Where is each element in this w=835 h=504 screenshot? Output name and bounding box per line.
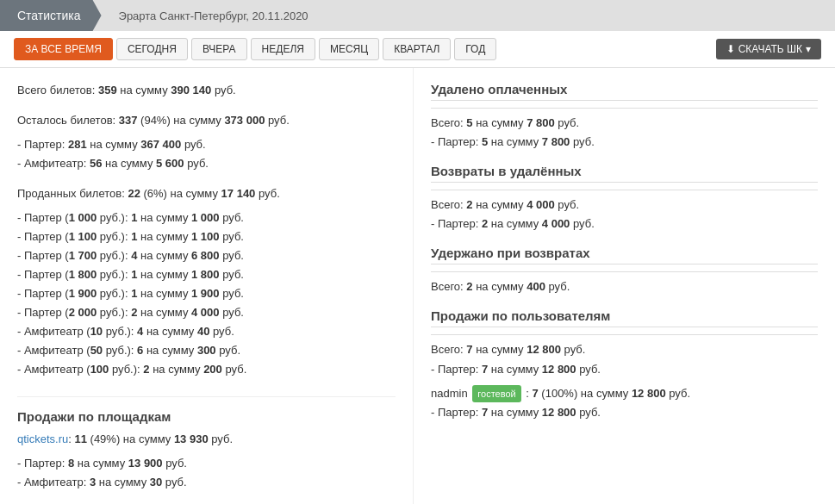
refunds-deleted-total: Всего: 2 на сумму 4 000 руб. <box>431 196 818 215</box>
retained-refunds-total: Всего: 2 на сумму 400 руб. <box>431 277 818 296</box>
sold-sub-2: - Партер (1 100 руб.): 1 на сумму 1 100 … <box>17 227 396 246</box>
tab-quarter[interactable]: КВАРТАЛ <box>383 38 451 60</box>
download-label: СКАЧАТЬ ШК <box>738 43 802 55</box>
retained-refunds-title: Удержано при возвратах <box>431 246 818 264</box>
refunds-deleted-section: Возвраты в удалённых Всего: 2 на сумму 4… <box>431 164 818 233</box>
dropdown-arrow-icon: ▾ <box>806 43 811 55</box>
toolbar-tabs: ЗА ВСЕ ВРЕМЯ СЕГОДНЯ ВЧЕРА НЕДЕЛЯ МЕСЯЦ … <box>14 38 496 60</box>
sold-sub-6: - Партер (2 000 руб.): 2 на сумму 4 000 … <box>17 303 396 322</box>
sales-by-users-section: Продажи по пользователям Всего: 7 на сум… <box>431 308 818 421</box>
total-tickets-section: Всего билетов: 359 на сумму 390 140 руб. <box>17 82 396 100</box>
sold-sub-3: - Партер (1 700 руб.): 4 на сумму 6 800 … <box>17 246 396 265</box>
breadcrumb-event: Эрарта Санкт-Петербург, 20.11.2020 <box>102 9 326 22</box>
sales-users-parter: - Партер: 7 на сумму 12 800 руб. <box>431 360 818 379</box>
platform-amfi-line: - Амфитеатр: 3 на сумму 30 руб. <box>17 473 396 492</box>
retained-refunds-section: Удержано при возвратах Всего: 2 на сумму… <box>431 246 818 296</box>
remaining-tickets-line: Осталось билетов: 337 (94%) на сумму 373… <box>17 112 396 130</box>
toolbar: ЗА ВСЕ ВРЕМЯ СЕГОДНЯ ВЧЕРА НЕДЕЛЯ МЕСЯЦ … <box>0 31 835 68</box>
sales-users-total: Всего: 7 на сумму 12 800 руб. <box>431 340 818 359</box>
deleted-paid-title: Удалено оплаченных <box>431 82 818 101</box>
refunds-deleted-parter: - Партер: 2 на сумму 4 000 руб. <box>431 215 818 233</box>
download-icon: ⬇ <box>726 43 735 55</box>
tab-all-time[interactable]: ЗА ВСЕ ВРЕМЯ <box>14 38 113 60</box>
sold-sub-8: - Амфитеатр (50 руб.): 6 на сумму 300 ру… <box>17 341 396 360</box>
platform-parter-line: - Партер: 8 на сумму 13 900 руб. <box>17 454 396 473</box>
sold-sub-4: - Партер (1 800 руб.): 1 на сумму 1 800 … <box>17 265 396 284</box>
tab-yesterday[interactable]: ВЧЕРА <box>191 38 247 60</box>
platform-qtickets: qtickets.ru: 11 (49%) на сумму 13 930 ру… <box>17 431 396 492</box>
tab-week[interactable]: НЕДЕЛЯ <box>251 38 315 60</box>
breadcrumb-bar: Статистика Эрарта Санкт-Петербург, 20.11… <box>0 0 835 31</box>
platform-qtickets-line: qtickets.ru: 11 (49%) на сумму 13 930 ру… <box>17 431 396 449</box>
guest-badge: гостевой <box>472 385 520 403</box>
right-panel: Удалено оплаченных Всего: 5 на сумму 7 8… <box>414 68 835 504</box>
sales-users-nadmin: nadmin гостевой : 7 (100%) на сумму 12 8… <box>431 384 818 403</box>
breadcrumb-stat: Статистика <box>0 0 102 31</box>
breadcrumb-stat-label: Статистика <box>17 9 81 22</box>
deleted-paid-total: Всего: 5 на сумму 7 800 руб. <box>431 114 818 133</box>
remaining-parter-line: - Партер: 281 на сумму 367 400 руб. <box>17 135 396 154</box>
sold-sub-7: - Амфитеатр (10 руб.): 4 на сумму 40 руб… <box>17 322 396 341</box>
sales-by-users-title: Продажи по пользователям <box>431 308 818 327</box>
main-content: Всего билетов: 359 на сумму 390 140 руб.… <box>0 68 835 504</box>
deleted-paid-section: Удалено оплаченных Всего: 5 на сумму 7 8… <box>431 82 818 152</box>
platforms-title: Продажи по площадкам <box>17 396 396 424</box>
sold-tickets-line: Проданных билетов: 22 (6%) на сумму 17 1… <box>17 185 396 203</box>
remaining-amfi-line: - Амфитеатр: 56 на сумму 5 600 руб. <box>17 154 396 173</box>
deleted-paid-parter: - Партер: 5 на сумму 7 800 руб. <box>431 133 818 152</box>
tab-month[interactable]: МЕСЯЦ <box>319 38 379 60</box>
sold-tickets-section: Проданных билетов: 22 (6%) на сумму 17 1… <box>17 185 396 380</box>
sold-sub-5: - Партер (1 900 руб.): 1 на сумму 1 900 … <box>17 284 396 303</box>
download-button[interactable]: ⬇ СКАЧАТЬ ШК ▾ <box>716 39 821 59</box>
sold-sub-1: - Партер (1 000 руб.): 1 на сумму 1 000 … <box>17 208 396 227</box>
total-tickets-line: Всего билетов: 359 на сумму 390 140 руб. <box>17 82 396 100</box>
qtickets-link[interactable]: qtickets.ru <box>17 432 68 445</box>
refunds-deleted-title: Возвраты в удалённых <box>431 164 818 183</box>
remaining-tickets-section: Осталось билетов: 337 (94%) на сумму 373… <box>17 112 396 173</box>
sold-sub-9: - Амфитеатр (100 руб.): 2 на сумму 200 р… <box>17 360 396 379</box>
sales-users-nadmin-parter: - Партер: 7 на сумму 12 800 руб. <box>431 403 818 422</box>
left-panel: Всего билетов: 359 на сумму 390 140 руб.… <box>0 68 414 504</box>
tab-today[interactable]: СЕГОДНЯ <box>116 38 188 60</box>
tab-year[interactable]: ГОД <box>454 38 496 60</box>
